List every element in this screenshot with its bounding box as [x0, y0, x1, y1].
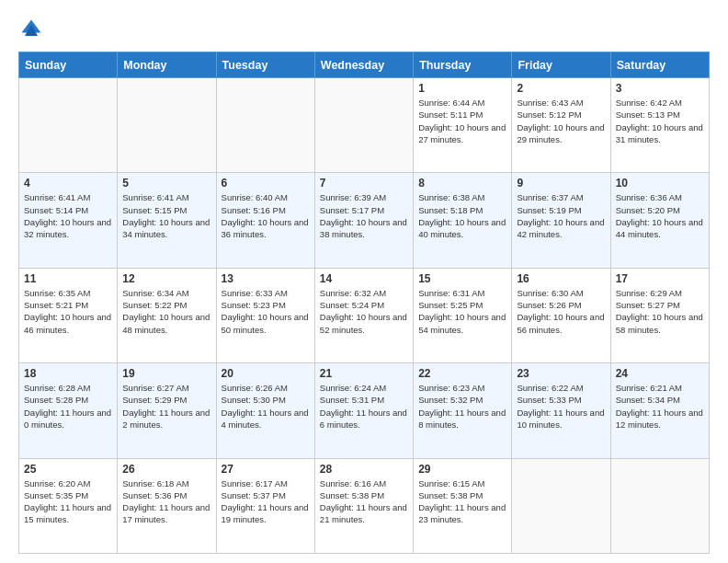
day-number: 23 — [517, 367, 605, 380]
day-number: 25 — [24, 463, 112, 476]
day-info: Sunrise: 6:44 AM Sunset: 5:11 PM Dayligh… — [418, 97, 506, 145]
calendar-day-cell: 22Sunrise: 6:23 AM Sunset: 5:32 PM Dayli… — [414, 363, 512, 458]
calendar-page: SundayMondayTuesdayWednesdayThursdayFrid… — [0, 0, 728, 563]
day-info: Sunrise: 6:37 AM Sunset: 5:19 PM Dayligh… — [517, 191, 605, 240]
day-number: 18 — [24, 367, 112, 380]
calendar-day-cell: 14Sunrise: 6:32 AM Sunset: 5:24 PM Dayli… — [314, 268, 413, 362]
calendar-day-cell: 7Sunrise: 6:39 AM Sunset: 5:17 PM Daylig… — [314, 173, 413, 268]
day-info: Sunrise: 6:27 AM Sunset: 5:29 PM Dayligh… — [122, 382, 210, 431]
calendar-day-cell: 12Sunrise: 6:34 AM Sunset: 5:22 PM Dayli… — [118, 268, 216, 362]
day-number: 6 — [222, 177, 310, 190]
calendar-day-cell: 8Sunrise: 6:38 AM Sunset: 5:18 PM Daylig… — [414, 173, 512, 268]
day-number: 2 — [517, 82, 605, 95]
day-number: 19 — [122, 367, 210, 380]
day-info: Sunrise: 6:41 AM Sunset: 5:15 PM Dayligh… — [122, 191, 210, 240]
calendar-day-cell: 25Sunrise: 6:20 AM Sunset: 5:35 PM Dayli… — [19, 458, 118, 553]
day-number: 10 — [616, 177, 704, 190]
day-info: Sunrise: 6:34 AM Sunset: 5:22 PM Dayligh… — [122, 287, 210, 336]
calendar-day-cell: 28Sunrise: 6:16 AM Sunset: 5:38 PM Dayli… — [314, 458, 413, 553]
day-number: 26 — [122, 463, 210, 476]
calendar-week-row: 18Sunrise: 6:28 AM Sunset: 5:28 PM Dayli… — [19, 363, 710, 458]
day-info: Sunrise: 6:16 AM Sunset: 5:38 PM Dayligh… — [320, 477, 408, 526]
day-info: Sunrise: 6:20 AM Sunset: 5:35 PM Dayligh… — [24, 477, 112, 526]
day-info: Sunrise: 6:17 AM Sunset: 5:37 PM Dayligh… — [222, 477, 310, 526]
calendar-day-cell — [118, 78, 216, 173]
day-number: 1 — [418, 82, 506, 95]
calendar-day-header: Friday — [512, 52, 610, 78]
day-info: Sunrise: 6:42 AM Sunset: 5:13 PM Dayligh… — [616, 97, 704, 145]
calendar-day-cell: 4Sunrise: 6:41 AM Sunset: 5:14 PM Daylig… — [19, 173, 118, 268]
calendar-day-cell: 17Sunrise: 6:29 AM Sunset: 5:27 PM Dayli… — [610, 268, 709, 362]
calendar-week-row: 1Sunrise: 6:44 AM Sunset: 5:11 PM Daylig… — [19, 78, 710, 173]
calendar-day-cell: 16Sunrise: 6:30 AM Sunset: 5:26 PM Dayli… — [512, 268, 610, 362]
day-info: Sunrise: 6:30 AM Sunset: 5:26 PM Dayligh… — [517, 287, 605, 336]
calendar-day-cell: 24Sunrise: 6:21 AM Sunset: 5:34 PM Dayli… — [610, 363, 709, 458]
calendar-table: SundayMondayTuesdayWednesdayThursdayFrid… — [18, 52, 710, 554]
day-number: 16 — [517, 272, 605, 285]
day-info: Sunrise: 6:36 AM Sunset: 5:20 PM Dayligh… — [616, 191, 704, 240]
calendar-day-cell — [216, 78, 314, 173]
day-info: Sunrise: 6:33 AM Sunset: 5:23 PM Dayligh… — [222, 287, 310, 336]
calendar-day-cell: 27Sunrise: 6:17 AM Sunset: 5:37 PM Dayli… — [216, 458, 314, 553]
day-number: 20 — [222, 367, 310, 380]
day-number: 4 — [24, 177, 112, 190]
calendar-day-cell: 26Sunrise: 6:18 AM Sunset: 5:36 PM Dayli… — [118, 458, 216, 553]
calendar-day-header: Tuesday — [216, 52, 314, 78]
calendar-day-cell: 1Sunrise: 6:44 AM Sunset: 5:11 PM Daylig… — [414, 78, 512, 173]
logo-icon — [18, 17, 44, 42]
day-number: 3 — [616, 82, 704, 95]
day-number: 8 — [418, 177, 506, 190]
day-info: Sunrise: 6:31 AM Sunset: 5:25 PM Dayligh… — [418, 287, 506, 336]
day-info: Sunrise: 6:32 AM Sunset: 5:24 PM Dayligh… — [320, 287, 408, 336]
calendar-day-cell: 3Sunrise: 6:42 AM Sunset: 5:13 PM Daylig… — [610, 78, 709, 173]
day-info: Sunrise: 6:40 AM Sunset: 5:16 PM Dayligh… — [222, 191, 310, 240]
day-info: Sunrise: 6:35 AM Sunset: 5:21 PM Dayligh… — [24, 287, 112, 336]
calendar-day-cell: 6Sunrise: 6:40 AM Sunset: 5:16 PM Daylig… — [216, 173, 314, 268]
calendar-day-cell: 20Sunrise: 6:26 AM Sunset: 5:30 PM Dayli… — [216, 363, 314, 458]
calendar-day-header: Thursday — [414, 52, 512, 78]
calendar-day-cell: 5Sunrise: 6:41 AM Sunset: 5:15 PM Daylig… — [118, 173, 216, 268]
day-info: Sunrise: 6:38 AM Sunset: 5:18 PM Dayligh… — [418, 191, 506, 240]
day-number: 24 — [616, 367, 704, 380]
day-info: Sunrise: 6:23 AM Sunset: 5:32 PM Dayligh… — [418, 382, 506, 431]
calendar-day-cell: 13Sunrise: 6:33 AM Sunset: 5:23 PM Dayli… — [216, 268, 314, 362]
day-info: Sunrise: 6:28 AM Sunset: 5:28 PM Dayligh… — [24, 382, 112, 431]
calendar-day-cell: 21Sunrise: 6:24 AM Sunset: 5:31 PM Dayli… — [314, 363, 413, 458]
calendar-day-cell: 23Sunrise: 6:22 AM Sunset: 5:33 PM Dayli… — [512, 363, 610, 458]
calendar-day-cell: 9Sunrise: 6:37 AM Sunset: 5:19 PM Daylig… — [512, 173, 610, 268]
calendar-day-header: Saturday — [610, 52, 709, 78]
day-number: 7 — [320, 177, 408, 190]
calendar-day-cell — [610, 458, 709, 553]
day-info: Sunrise: 6:39 AM Sunset: 5:17 PM Dayligh… — [320, 191, 408, 240]
calendar-day-cell: 2Sunrise: 6:43 AM Sunset: 5:12 PM Daylig… — [512, 78, 610, 173]
calendar-day-header: Sunday — [19, 52, 118, 78]
day-number: 9 — [517, 177, 605, 190]
calendar-day-header: Monday — [118, 52, 216, 78]
day-number: 27 — [222, 463, 310, 476]
calendar-day-header: Wednesday — [314, 52, 413, 78]
day-number: 12 — [122, 272, 210, 285]
header — [18, 17, 710, 42]
calendar-week-row: 4Sunrise: 6:41 AM Sunset: 5:14 PM Daylig… — [19, 173, 710, 268]
calendar-week-row: 11Sunrise: 6:35 AM Sunset: 5:21 PM Dayli… — [19, 268, 710, 362]
day-info: Sunrise: 6:22 AM Sunset: 5:33 PM Dayligh… — [517, 382, 605, 431]
day-number: 21 — [320, 367, 408, 380]
day-number: 5 — [122, 177, 210, 190]
calendar-day-cell: 29Sunrise: 6:15 AM Sunset: 5:38 PM Dayli… — [414, 458, 512, 553]
day-number: 29 — [418, 463, 506, 476]
calendar-day-cell: 15Sunrise: 6:31 AM Sunset: 5:25 PM Dayli… — [414, 268, 512, 362]
calendar-day-cell: 11Sunrise: 6:35 AM Sunset: 5:21 PM Dayli… — [19, 268, 118, 362]
calendar-day-cell: 18Sunrise: 6:28 AM Sunset: 5:28 PM Dayli… — [19, 363, 118, 458]
calendar-day-cell — [512, 458, 610, 553]
day-number: 15 — [418, 272, 506, 285]
day-info: Sunrise: 6:18 AM Sunset: 5:36 PM Dayligh… — [122, 477, 210, 526]
day-info: Sunrise: 6:43 AM Sunset: 5:12 PM Dayligh… — [517, 97, 605, 145]
day-info: Sunrise: 6:15 AM Sunset: 5:38 PM Dayligh… — [418, 477, 506, 526]
calendar-header-row: SundayMondayTuesdayWednesdayThursdayFrid… — [19, 52, 710, 78]
calendar-week-row: 25Sunrise: 6:20 AM Sunset: 5:35 PM Dayli… — [19, 458, 710, 553]
calendar-day-cell — [314, 78, 413, 173]
day-info: Sunrise: 6:21 AM Sunset: 5:34 PM Dayligh… — [616, 382, 704, 431]
calendar-day-cell: 19Sunrise: 6:27 AM Sunset: 5:29 PM Dayli… — [118, 363, 216, 458]
day-number: 22 — [418, 367, 506, 380]
calendar-day-cell: 10Sunrise: 6:36 AM Sunset: 5:20 PM Dayli… — [610, 173, 709, 268]
